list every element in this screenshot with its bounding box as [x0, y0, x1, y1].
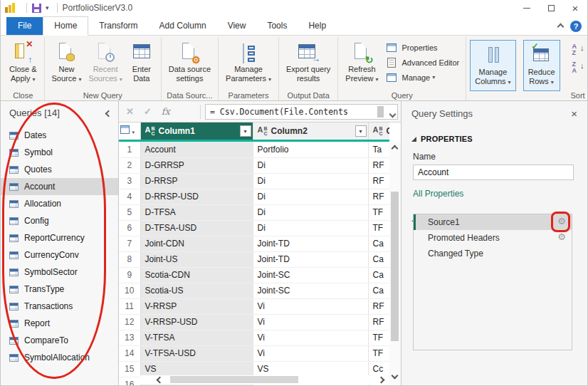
save-icon[interactable] — [32, 4, 41, 13]
maximize-button[interactable] — [539, 0, 563, 16]
cell[interactable]: Joint-US — [140, 251, 253, 267]
scroll-up-icon[interactable] — [392, 145, 399, 152]
tab-file[interactable]: File — [6, 17, 43, 35]
cell[interactable]: Ca — [368, 251, 389, 267]
cell[interactable]: D-RRSP — [140, 173, 253, 189]
cell[interactable]: TF — [368, 204, 389, 220]
row-number[interactable]: 6 — [119, 220, 140, 236]
minimize-button[interactable] — [515, 0, 539, 16]
cell[interactable]: Di — [253, 204, 368, 220]
vertical-scroll-thumb[interactable] — [391, 192, 399, 341]
refresh-preview-button[interactable]: ↻RefreshPreview▾ — [342, 38, 382, 86]
horizontal-scroll-thumb[interactable] — [170, 376, 298, 383]
cell[interactable]: D-TFSA-USD — [140, 220, 253, 236]
cell[interactable]: Joint-SC — [253, 267, 368, 283]
cell[interactable]: RF — [368, 314, 389, 330]
cell[interactable]: Scotia-CDN — [140, 267, 253, 283]
query-item-allocation[interactable]: Allocation — [1, 195, 118, 212]
cell[interactable]: Vi — [253, 330, 368, 345]
cell[interactable]: Vi — [253, 298, 368, 314]
cell[interactable]: Joint-SC — [253, 283, 368, 298]
query-item-dates[interactable]: Dates — [1, 127, 118, 144]
row-number[interactable]: 5 — [119, 204, 140, 220]
query-item-report[interactable]: Report — [1, 315, 118, 332]
filter-dropdown-icon[interactable]: ▾ — [355, 125, 367, 137]
cell[interactable]: Ca — [368, 267, 389, 283]
cell[interactable]: D-GRRSP — [140, 157, 253, 173]
cell[interactable]: Ca — [368, 283, 389, 298]
applied-step-changed-type[interactable]: Changed Type — [414, 246, 572, 261]
applied-step-promoted-headers[interactable]: Promoted Headers⚙ — [414, 230, 572, 246]
formula-scroll-thumb[interactable] — [377, 106, 384, 118]
reduce-rows-button[interactable]: ✓ReduceRows▾ — [525, 41, 559, 90]
cell[interactable]: Ta — [368, 142, 389, 157]
query-item-transactions[interactable]: Transactions — [1, 298, 118, 315]
properties-button[interactable]: Properties — [383, 40, 462, 55]
cell[interactable]: Joint-CDN — [140, 236, 253, 251]
collapse-ribbon-icon[interactable] — [558, 23, 563, 31]
query-item-account[interactable]: Account — [1, 178, 118, 195]
column-header-column2[interactable]: ABCColumn2▾ — [253, 122, 368, 140]
cell[interactable]: TF — [368, 345, 389, 361]
fx-icon[interactable]: fx — [162, 106, 170, 117]
cell[interactable]: Joint-TD — [253, 236, 368, 251]
all-properties-link[interactable]: All Properties — [413, 189, 587, 199]
row-number[interactable]: 12 — [119, 314, 140, 330]
cell[interactable]: RF — [368, 157, 389, 173]
column-header-c[interactable]: ABCC — [368, 122, 389, 140]
close-button[interactable]: × — [563, 0, 587, 16]
filter-dropdown-icon[interactable]: ▾ — [240, 125, 251, 137]
row-number[interactable]: 1 — [119, 142, 140, 157]
tab-transform[interactable]: Transform — [88, 17, 148, 35]
cell[interactable]: TF — [368, 220, 389, 236]
scroll-left-icon[interactable] — [157, 377, 164, 384]
cell[interactable]: RF — [368, 189, 389, 204]
row-number[interactable]: 15 — [119, 361, 140, 377]
cell[interactable]: Di — [253, 157, 368, 173]
row-number[interactable]: 13 — [119, 330, 140, 345]
row-number[interactable]: 2 — [119, 157, 140, 173]
query-item-symbol[interactable]: Symbol — [1, 144, 118, 161]
data-source-settings-button[interactable]: ⚙Data sourcesettings — [165, 38, 214, 85]
sort-az-button[interactable]: AZ↓ — [569, 41, 587, 56]
manage-button[interactable]: Manage▾ — [383, 70, 462, 85]
row-number[interactable]: 7 — [119, 236, 140, 251]
cell[interactable]: TF — [368, 330, 389, 345]
export-query-button[interactable]: →Export queryresults — [283, 38, 334, 85]
select-all-corner[interactable]: ▾ — [119, 122, 140, 140]
tab-add-column[interactable]: Add Column — [149, 17, 217, 35]
formula-expand-icon[interactable] — [390, 109, 395, 119]
row-number[interactable]: 11 — [119, 298, 140, 314]
query-item-symbolsector[interactable]: SymbolSector — [1, 264, 118, 281]
row-number[interactable]: 10 — [119, 283, 140, 298]
formula-input[interactable] — [205, 104, 398, 120]
collapse-queries-panel-icon[interactable] — [106, 108, 111, 118]
cell[interactable]: Vi — [253, 345, 368, 361]
row-number[interactable]: 4 — [119, 189, 140, 204]
query-item-transtype[interactable]: TransType — [1, 281, 118, 298]
query-item-symbolallocation[interactable]: SymbolAllocation — [1, 349, 118, 366]
formula-check-icon[interactable]: ✓ — [144, 106, 152, 117]
applied-step-source1[interactable]: Source1⚙ — [414, 214, 572, 230]
quick-access-caret-icon[interactable]: ▾ — [46, 4, 49, 11]
tab-view[interactable]: View — [217, 17, 257, 35]
close-apply-button[interactable]: ✕↑Close &Apply▾ — [6, 38, 41, 86]
cell[interactable]: Ca — [368, 236, 389, 251]
cell[interactable]: Portfolio — [253, 142, 368, 157]
cell[interactable]: Di — [253, 189, 368, 204]
row-number[interactable]: 14 — [119, 345, 140, 361]
row-number[interactable]: 9 — [119, 267, 140, 283]
cell[interactable]: V-TFSA — [140, 330, 253, 345]
cell[interactable]: Scotia-US — [140, 283, 253, 298]
scroll-right-icon[interactable] — [378, 377, 385, 384]
cell[interactable]: Di — [253, 220, 368, 236]
cell[interactable]: D-TFSA — [140, 204, 253, 220]
row-number[interactable]: 8 — [119, 251, 140, 267]
cell[interactable]: Cc — [368, 361, 389, 377]
manage-parameters-button[interactable]: ManageParameters▾ — [222, 38, 275, 86]
advanced-editor-button[interactable]: Advanced Editor — [383, 55, 462, 70]
vertical-scrollbar[interactable] — [389, 142, 401, 385]
cell[interactable]: D-RRSP-USD — [140, 189, 253, 204]
cell[interactable]: Vi — [253, 314, 368, 330]
row-number[interactable]: 16 — [119, 377, 140, 385]
